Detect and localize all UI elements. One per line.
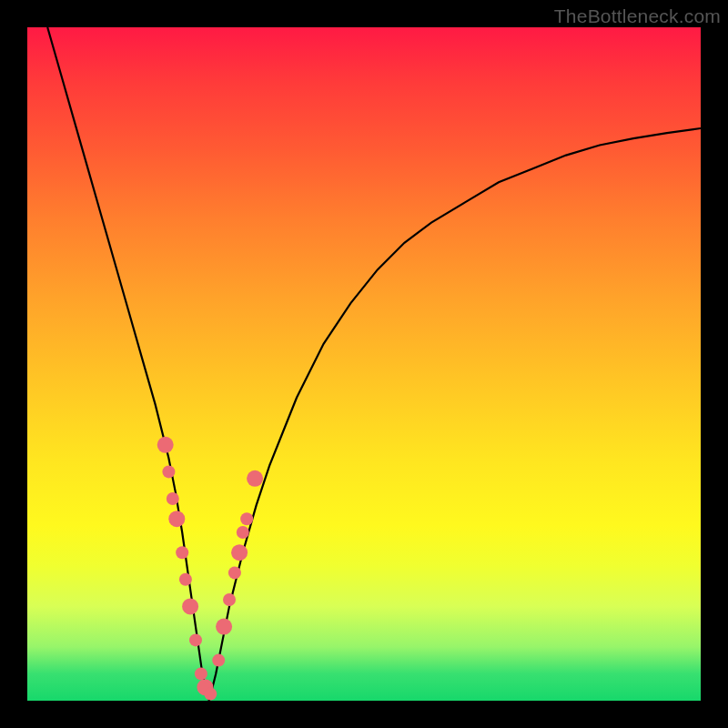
curve-layer <box>27 27 701 701</box>
bottleneck-curve <box>47 27 701 701</box>
data-marker <box>204 688 217 701</box>
watermark-label: TheBottleneck.com <box>554 5 721 27</box>
data-marker <box>240 512 253 525</box>
data-marker <box>216 619 232 635</box>
data-marker <box>212 654 225 667</box>
data-marker <box>182 598 198 614</box>
marker-group <box>157 437 263 701</box>
data-marker <box>168 511 185 527</box>
data-marker <box>179 573 192 586</box>
data-marker <box>228 566 241 579</box>
data-marker <box>231 544 248 561</box>
data-marker <box>195 667 207 680</box>
data-marker <box>157 437 174 453</box>
data-marker <box>223 593 236 606</box>
plot-area <box>27 27 701 701</box>
data-marker <box>189 633 202 646</box>
data-marker <box>162 465 175 478</box>
data-marker <box>237 526 249 539</box>
chart-frame: TheBottleneck.com <box>0 0 728 728</box>
data-marker <box>167 492 179 505</box>
data-marker <box>176 546 188 559</box>
data-marker <box>247 470 263 487</box>
